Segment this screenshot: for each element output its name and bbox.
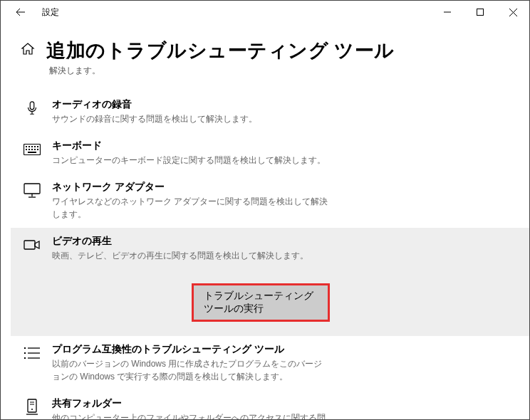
page-subtitle: 解決します。 — [49, 65, 509, 77]
maximize-button[interactable] — [464, 1, 497, 23]
page-header: 追加のトラブルシューティング ツール — [21, 38, 509, 63]
item-title: キーボード — [52, 140, 330, 152]
server-icon — [24, 399, 41, 416]
svg-rect-10 — [26, 149, 27, 150]
item-title: プログラム互換性のトラブルシューティング ツール — [52, 343, 330, 356]
troubleshooter-item-keyboard[interactable]: キーボード コンピューターのキーボード設定に関する問題を検出して解決します。 — [21, 132, 509, 174]
arrow-left-icon — [16, 7, 26, 17]
back-button[interactable] — [11, 2, 31, 22]
run-troubleshooter-button[interactable]: トラブルシューティング ツールの実行 — [192, 283, 330, 322]
svg-rect-7 — [31, 146, 33, 147]
close-icon — [509, 9, 517, 16]
svg-rect-20 — [24, 347, 26, 349]
item-desc: ワイヤレスなどのネットワーク アダプターに関する問題を検出して解決します。 — [52, 195, 330, 221]
minimize-button[interactable] — [431, 1, 464, 23]
svg-rect-5 — [26, 146, 27, 147]
troubleshooter-item-shared-folders[interactable]: 共有フォルダー 他のコンピューター上のファイルやフォルダーへのアクセスに関する問… — [21, 390, 509, 420]
svg-rect-24 — [24, 357, 26, 359]
troubleshooter-item-audio-recording[interactable]: オーディオの録音 サウンドの録音に関する問題を検出して解決します。 — [21, 91, 509, 132]
item-desc: 映画、テレビ、ビデオの再生に関する問題を検出して解決します。 — [52, 249, 330, 262]
keyboard-icon — [24, 141, 41, 158]
page-title: 追加のトラブルシューティング ツール — [46, 38, 395, 63]
home-icon[interactable] — [21, 42, 35, 59]
svg-rect-16 — [24, 184, 40, 194]
troubleshooter-item-program-compatibility[interactable]: プログラム互換性のトラブルシューティング ツール 以前のバージョンの Windo… — [21, 336, 509, 390]
window-controls — [431, 1, 529, 23]
svg-rect-8 — [34, 146, 36, 147]
titlebar: 設定 — [1, 1, 529, 23]
svg-rect-9 — [37, 146, 38, 147]
svg-rect-14 — [37, 149, 38, 150]
item-title: 共有フォルダー — [52, 397, 330, 410]
item-desc: コンピューターのキーボード設定に関する問題を検出して解決します。 — [52, 154, 330, 167]
svg-rect-13 — [34, 149, 36, 150]
item-desc: サウンドの録音に関する問題を検出して解決します。 — [52, 112, 330, 125]
item-title: ネットワーク アダプター — [52, 181, 330, 194]
content-area: 追加のトラブルシューティング ツール 解決します。 オーディオの録音 サウンドの… — [1, 23, 529, 420]
monitor-icon — [24, 182, 41, 199]
close-button[interactable] — [497, 1, 529, 23]
svg-rect-26 — [28, 399, 36, 412]
window-title: 設定 — [42, 6, 59, 19]
item-desc: 以前のバージョンの Windows 用に作成されたプログラムをこのバージョンの … — [52, 357, 330, 383]
list-icon — [24, 345, 41, 362]
svg-rect-12 — [31, 149, 33, 150]
item-desc: 他のコンピューター上のファイルやフォルダーへのアクセスに関する問題を検出して解決… — [52, 411, 330, 420]
item-title: オーディオの録音 — [52, 98, 330, 111]
svg-rect-22 — [24, 352, 26, 354]
svg-rect-1 — [477, 9, 484, 16]
svg-rect-15 — [28, 152, 36, 153]
item-title: ビデオの再生 — [52, 235, 330, 248]
minimize-icon — [444, 9, 451, 16]
maximize-icon — [477, 9, 484, 16]
svg-rect-19 — [24, 241, 35, 249]
svg-rect-11 — [28, 149, 30, 150]
svg-point-29 — [31, 409, 33, 410]
video-camera-icon — [24, 236, 41, 253]
svg-rect-6 — [28, 146, 30, 147]
microphone-icon — [24, 100, 41, 117]
troubleshooter-item-video-playback[interactable]: ビデオの再生 映画、テレビ、ビデオの再生に関する問題を検出して解決します。 トラ… — [11, 228, 530, 336]
troubleshooter-item-network-adapter[interactable]: ネットワーク アダプター ワイヤレスなどのネットワーク アダプターに関する問題を… — [21, 174, 509, 228]
